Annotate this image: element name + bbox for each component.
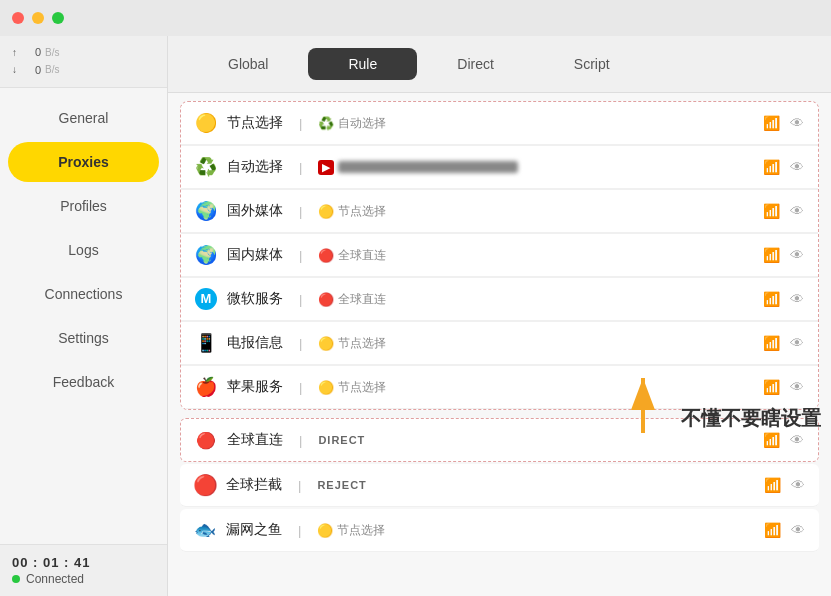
proxy-actions-3: 📶 👁 [763,203,804,219]
main-content: ↑ 0 B/s ↓ 0 B/s General Proxies Profiles… [0,36,831,596]
sidebar-item-connections[interactable]: Connections [8,274,159,314]
proxy-icon-4: 🌍 [195,244,217,266]
proxy-row-10: 🐟 漏网之鱼 | 🟡 节点选择 📶 👁 [180,509,819,552]
annotation-text: 不懂不要瞎设置 [681,405,821,442]
download-arrow-icon: ↓ [12,62,17,78]
sub-icon-5: 🔴 [318,292,334,307]
wifi-icon-5[interactable]: 📶 [763,291,780,307]
proxy-icon-1: 🟡 [195,112,217,134]
eye-icon-6[interactable]: 👁 [790,335,804,351]
upload-unit: B/s [45,45,59,61]
proxy-actions-6: 📶 👁 [763,335,804,351]
proxy-icon-3: 🌍 [195,200,217,222]
proxy-actions-4: 📶 👁 [763,247,804,263]
download-value: 0 [21,62,41,80]
wifi-icon-1[interactable]: 📶 [763,115,780,131]
proxy-row-3: 🌍 国外媒体 | 🟡 节点选择 📶 👁 [181,189,818,233]
sub-icon-6: 🟡 [318,336,334,351]
sep-8: | [299,433,302,448]
sub-icon-1: ♻️ [318,116,334,131]
sep-4: | [299,248,302,263]
sidebar-item-settings[interactable]: Settings [8,318,159,358]
connection-status: Connected [12,572,155,586]
proxy-name-4: 国内媒体 [227,246,283,264]
wifi-icon-3[interactable]: 📶 [763,203,780,219]
proxy-name-6: 电报信息 [227,334,283,352]
wifi-icon-4[interactable]: 📶 [763,247,780,263]
proxy-name-7: 苹果服务 [227,378,283,396]
annotation-container: 🔴 全球直连 | DIRECT 📶 👁 [168,418,831,462]
wifi-icon-9[interactable]: 📶 [764,477,781,493]
sub-icon-2: ▶ [318,160,334,175]
eye-icon-5[interactable]: 👁 [790,291,804,307]
proxy-icon-6: 📱 [195,332,217,354]
proxy-row-6: 📱 电报信息 | 🟡 节点选择 📶 👁 [181,321,818,365]
proxy-actions-2: 📶 👁 [763,159,804,175]
eye-icon-1[interactable]: 👁 [790,115,804,131]
tab-rule[interactable]: Rule [308,48,417,80]
sep-7: | [299,380,302,395]
sep-6: | [299,336,302,351]
blurred-server-info [338,161,518,173]
eye-icon-2[interactable]: 👁 [790,159,804,175]
sidebar-item-profiles[interactable]: Profiles [8,186,159,226]
sidebar-item-feedback[interactable]: Feedback [8,362,159,402]
sep-2: | [299,160,302,175]
proxy-icon-7: 🍎 [195,376,217,398]
nav-items: General Proxies Profiles Logs Connection… [0,88,167,544]
sidebar-item-logs[interactable]: Logs [8,230,159,270]
eye-icon-9[interactable]: 👁 [791,477,805,493]
arrow-container [613,368,673,442]
sub-name-1: 自动选择 [338,115,386,132]
proxy-name-10: 漏网之鱼 [226,521,282,539]
proxy-actions-9: 📶 👁 [764,477,805,493]
tab-script[interactable]: Script [534,48,650,80]
proxy-sub-4: 🔴 全球直连 [318,247,386,264]
traffic-stats: ↑ 0 B/s ↓ 0 B/s [0,36,167,88]
wifi-icon-6[interactable]: 📶 [763,335,780,351]
upload-arrow-icon: ↑ [12,45,17,61]
eye-icon-10[interactable]: 👁 [791,522,805,538]
proxy-row-4: 🌍 国内媒体 | 🔴 全球直连 📶 👁 [181,233,818,277]
time-display: 00 : 01 : 41 [12,555,155,570]
sep-10: | [298,523,301,538]
proxy-actions-10: 📶 👁 [764,522,805,538]
sub-name-4: 全球直连 [338,247,386,264]
minimize-button[interactable] [32,12,44,24]
proxy-icon-10: 🐟 [194,519,216,541]
sub-icon-7: 🟡 [318,380,334,395]
proxy-name-5: 微软服务 [227,290,283,308]
proxy-name-8: 全球直连 [227,431,283,449]
wifi-icon-2[interactable]: 📶 [763,159,780,175]
sub-name-7: 节点选择 [338,379,386,396]
eye-icon-3[interactable]: 👁 [790,203,804,219]
proxy-sub-3: 🟡 节点选择 [318,203,386,220]
upload-value: 0 [21,44,41,62]
direct-tag: DIRECT [318,434,365,446]
sub-name-3: 节点选择 [338,203,386,220]
zoom-button[interactable] [52,12,64,24]
wifi-icon-10[interactable]: 📶 [764,522,781,538]
sep-9: | [298,478,301,493]
proxy-sub-7: 🟡 节点选择 [318,379,386,396]
download-unit: B/s [45,62,59,78]
proxy-icon-2: ♻️ [195,156,217,178]
proxy-actions-1: 📶 👁 [763,115,804,131]
eye-icon-4[interactable]: 👁 [790,247,804,263]
proxy-list: 🟡 节点选择 | ♻️ 自动选择 📶 👁 ♻️ 自动选择 [168,93,831,596]
sub-name-10: 节点选择 [337,522,385,539]
sub-icon-10: 🟡 [317,523,333,538]
reject-tag: REJECT [317,479,366,491]
tab-global[interactable]: Global [188,48,308,80]
sidebar-item-proxies[interactable]: Proxies [8,142,159,182]
proxy-sub-2: ▶ [318,160,518,175]
proxy-actions-5: 📶 👁 [763,291,804,307]
proxy-sub-6: 🟡 节点选择 [318,335,386,352]
close-button[interactable] [12,12,24,24]
proxy-sub-10: 🟡 节点选择 [317,522,385,539]
sub-icon-4: 🔴 [318,248,334,263]
tab-direct[interactable]: Direct [417,48,534,80]
titlebar [0,0,831,36]
sidebar-item-general[interactable]: General [8,98,159,138]
sep-3: | [299,204,302,219]
